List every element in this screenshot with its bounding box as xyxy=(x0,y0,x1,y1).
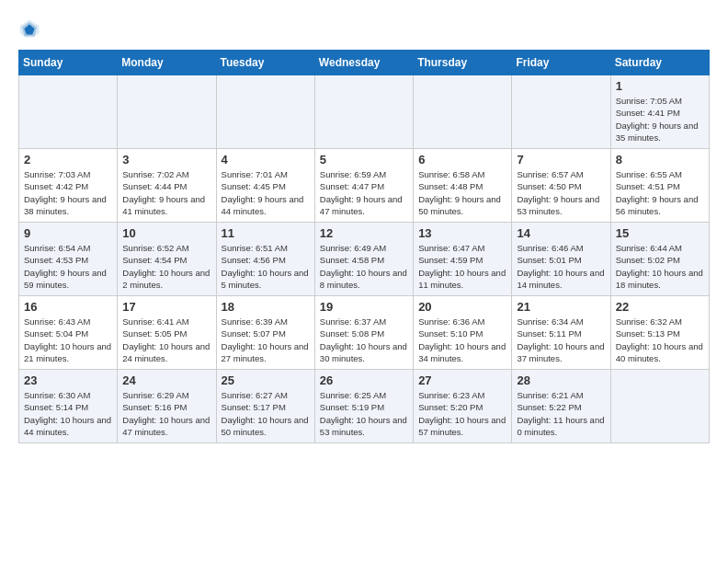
calendar-cell: 20Sunrise: 6:36 AM Sunset: 5:10 PM Dayli… xyxy=(414,296,512,370)
calendar-cell: 27Sunrise: 6:23 AM Sunset: 5:20 PM Dayli… xyxy=(414,370,512,443)
day-info: Sunrise: 6:47 AM Sunset: 4:59 PM Dayligh… xyxy=(418,242,506,291)
calendar-cell: 6Sunrise: 6:58 AM Sunset: 4:48 PM Daylig… xyxy=(414,149,512,223)
day-number: 22 xyxy=(616,300,704,314)
day-number: 5 xyxy=(320,153,408,167)
calendar-cell xyxy=(118,75,216,149)
day-info: Sunrise: 6:43 AM Sunset: 5:04 PM Dayligh… xyxy=(24,316,112,364)
calendar-cell: 11Sunrise: 6:51 AM Sunset: 4:56 PM Dayli… xyxy=(216,223,314,296)
calendar-cell: 10Sunrise: 6:52 AM Sunset: 4:54 PM Dayli… xyxy=(118,223,216,296)
weekday-header-friday: Friday xyxy=(512,51,610,75)
weekday-header-sunday: Sunday xyxy=(19,51,118,75)
weekday-header-monday: Monday xyxy=(118,51,216,75)
day-number: 6 xyxy=(418,153,506,167)
calendar-cell: 18Sunrise: 6:39 AM Sunset: 5:07 PM Dayli… xyxy=(216,296,314,370)
day-number: 23 xyxy=(24,373,112,387)
day-info: Sunrise: 6:54 AM Sunset: 4:53 PM Dayligh… xyxy=(24,242,112,291)
day-info: Sunrise: 6:29 AM Sunset: 5:16 PM Dayligh… xyxy=(122,389,210,438)
day-info: Sunrise: 6:32 AM Sunset: 5:13 PM Dayligh… xyxy=(616,316,704,364)
day-number: 26 xyxy=(320,373,408,387)
calendar-cell: 14Sunrise: 6:46 AM Sunset: 5:01 PM Dayli… xyxy=(512,223,610,296)
calendar-cell: 25Sunrise: 6:27 AM Sunset: 5:17 PM Dayli… xyxy=(216,370,314,443)
calendar-cell: 1Sunrise: 7:05 AM Sunset: 4:41 PM Daylig… xyxy=(610,75,709,149)
calendar-cell xyxy=(512,75,610,149)
week-row-2: 2Sunrise: 7:03 AM Sunset: 4:42 PM Daylig… xyxy=(19,149,710,223)
day-info: Sunrise: 6:44 AM Sunset: 5:02 PM Dayligh… xyxy=(616,242,704,291)
day-number: 10 xyxy=(122,226,210,240)
calendar-cell: 13Sunrise: 6:47 AM Sunset: 4:59 PM Dayli… xyxy=(414,223,512,296)
week-row-5: 23Sunrise: 6:30 AM Sunset: 5:14 PM Dayli… xyxy=(19,370,710,443)
day-number: 7 xyxy=(517,153,605,167)
calendar-cell: 21Sunrise: 6:34 AM Sunset: 5:11 PM Dayli… xyxy=(512,296,610,370)
day-info: Sunrise: 6:27 AM Sunset: 5:17 PM Dayligh… xyxy=(222,389,310,438)
calendar-cell: 3Sunrise: 7:02 AM Sunset: 4:44 PM Daylig… xyxy=(118,149,216,223)
day-number: 3 xyxy=(122,153,210,167)
day-number: 9 xyxy=(24,226,112,240)
calendar-cell: 16Sunrise: 6:43 AM Sunset: 5:04 PM Dayli… xyxy=(19,296,118,370)
week-row-3: 9Sunrise: 6:54 AM Sunset: 4:53 PM Daylig… xyxy=(19,223,710,296)
calendar-cell: 2Sunrise: 7:03 AM Sunset: 4:42 PM Daylig… xyxy=(19,149,118,223)
day-number: 1 xyxy=(616,79,704,93)
day-number: 17 xyxy=(122,300,210,314)
calendar-cell: 15Sunrise: 6:44 AM Sunset: 5:02 PM Dayli… xyxy=(610,223,709,296)
day-number: 11 xyxy=(222,226,310,240)
day-number: 19 xyxy=(320,300,408,314)
day-info: Sunrise: 6:39 AM Sunset: 5:07 PM Dayligh… xyxy=(222,316,310,364)
calendar-cell: 22Sunrise: 6:32 AM Sunset: 5:13 PM Dayli… xyxy=(610,296,709,370)
calendar-cell: 9Sunrise: 6:54 AM Sunset: 4:53 PM Daylig… xyxy=(19,223,118,296)
calendar-cell: 8Sunrise: 6:55 AM Sunset: 4:51 PM Daylig… xyxy=(610,149,709,223)
calendar-table: SundayMondayTuesdayWednesdayThursdayFrid… xyxy=(18,50,710,443)
calendar-cell xyxy=(19,75,118,149)
calendar-cell xyxy=(610,370,709,443)
day-info: Sunrise: 6:59 AM Sunset: 4:47 PM Dayligh… xyxy=(320,168,408,217)
weekday-header-row: SundayMondayTuesdayWednesdayThursdayFrid… xyxy=(19,51,710,75)
calendar-cell: 19Sunrise: 6:37 AM Sunset: 5:08 PM Dayli… xyxy=(314,296,413,370)
day-info: Sunrise: 7:05 AM Sunset: 4:41 PM Dayligh… xyxy=(616,95,704,144)
day-number: 25 xyxy=(222,373,310,387)
day-number: 28 xyxy=(517,373,605,387)
calendar-cell: 12Sunrise: 6:49 AM Sunset: 4:58 PM Dayli… xyxy=(314,223,413,296)
day-number: 24 xyxy=(122,373,210,387)
day-number: 16 xyxy=(24,300,112,314)
day-number: 27 xyxy=(418,373,506,387)
day-info: Sunrise: 6:52 AM Sunset: 4:54 PM Dayligh… xyxy=(122,242,210,291)
calendar-cell xyxy=(216,75,314,149)
week-row-1: 1Sunrise: 7:05 AM Sunset: 4:41 PM Daylig… xyxy=(19,75,710,149)
day-info: Sunrise: 6:25 AM Sunset: 5:19 PM Dayligh… xyxy=(320,389,408,438)
calendar-cell xyxy=(414,75,512,149)
day-number: 13 xyxy=(418,226,506,240)
day-number: 2 xyxy=(24,153,112,167)
weekday-header-tuesday: Tuesday xyxy=(216,51,314,75)
day-number: 8 xyxy=(616,153,704,167)
day-info: Sunrise: 6:36 AM Sunset: 5:10 PM Dayligh… xyxy=(418,316,506,364)
day-info: Sunrise: 6:30 AM Sunset: 5:14 PM Dayligh… xyxy=(24,389,112,438)
day-info: Sunrise: 6:51 AM Sunset: 4:56 PM Dayligh… xyxy=(222,242,310,291)
logo-icon xyxy=(18,18,40,40)
day-number: 18 xyxy=(222,300,310,314)
day-info: Sunrise: 7:02 AM Sunset: 4:44 PM Dayligh… xyxy=(122,168,210,217)
day-number: 14 xyxy=(517,226,605,240)
logo xyxy=(18,18,44,40)
day-number: 15 xyxy=(616,226,704,240)
day-number: 20 xyxy=(418,300,506,314)
day-info: Sunrise: 6:23 AM Sunset: 5:20 PM Dayligh… xyxy=(418,389,506,438)
day-info: Sunrise: 7:03 AM Sunset: 4:42 PM Dayligh… xyxy=(24,168,112,217)
weekday-header-wednesday: Wednesday xyxy=(314,51,413,75)
day-info: Sunrise: 6:21 AM Sunset: 5:22 PM Dayligh… xyxy=(517,389,605,438)
day-number: 12 xyxy=(320,226,408,240)
calendar-cell xyxy=(314,75,413,149)
calendar-cell: 4Sunrise: 7:01 AM Sunset: 4:45 PM Daylig… xyxy=(216,149,314,223)
calendar-cell: 23Sunrise: 6:30 AM Sunset: 5:14 PM Dayli… xyxy=(19,370,118,443)
day-info: Sunrise: 7:01 AM Sunset: 4:45 PM Dayligh… xyxy=(222,168,310,217)
weekday-header-thursday: Thursday xyxy=(414,51,512,75)
day-number: 4 xyxy=(222,153,310,167)
calendar-cell: 5Sunrise: 6:59 AM Sunset: 4:47 PM Daylig… xyxy=(314,149,413,223)
day-info: Sunrise: 6:55 AM Sunset: 4:51 PM Dayligh… xyxy=(616,168,704,217)
day-number: 21 xyxy=(517,300,605,314)
day-info: Sunrise: 6:34 AM Sunset: 5:11 PM Dayligh… xyxy=(517,316,605,364)
page-header xyxy=(18,18,710,40)
calendar-cell: 17Sunrise: 6:41 AM Sunset: 5:05 PM Dayli… xyxy=(118,296,216,370)
weekday-header-saturday: Saturday xyxy=(610,51,709,75)
calendar-cell: 26Sunrise: 6:25 AM Sunset: 5:19 PM Dayli… xyxy=(314,370,413,443)
day-info: Sunrise: 6:57 AM Sunset: 4:50 PM Dayligh… xyxy=(517,168,605,217)
day-info: Sunrise: 6:41 AM Sunset: 5:05 PM Dayligh… xyxy=(122,316,210,364)
